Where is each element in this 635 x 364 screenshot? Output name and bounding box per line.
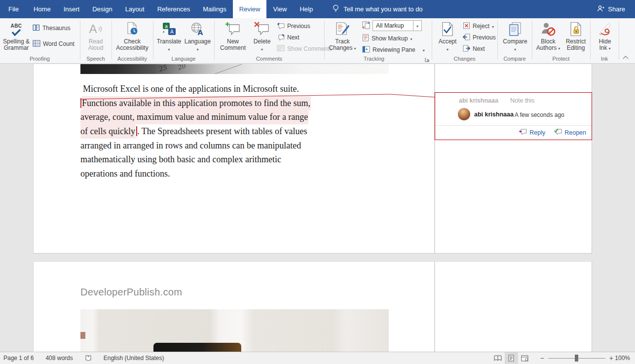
tab-layout[interactable]: Layout [119,0,151,18]
tab-mailings[interactable]: Mailings [196,0,233,18]
menu-bar: File Home Insert Design Layout Reference… [0,0,635,18]
zoom-slider-handle[interactable] [575,355,578,362]
word-count-icon [33,40,40,48]
spelling-grammar-button[interactable]: Spelling & Grammar [2,19,31,54]
hide-ink-button[interactable]: Hide Ink [593,19,617,54]
show-markup-icon [362,34,369,43]
text-line: of cells quickly. The Spreadsheets prese… [80,124,396,139]
block-authors-icon [541,21,556,37]
show-comments-button[interactable]: Show Comments [277,43,332,54]
display-for-review-row: All Markup [362,20,422,31]
translate-dropdown-caret [168,46,170,52]
thesaurus-icon [33,24,40,33]
paragraph[interactable]: Microsoft Excel is one of the applicatio… [80,82,396,181]
ribbon-group-proofing: Spelling & Grammar Thesaurus Word Count … [0,18,80,63]
ribbon-group-tracking: Track Changes All Markup Show Markup [325,18,432,63]
comment-markup-area-2 [435,262,592,352]
word-count-indicator[interactable]: 408 words [39,355,78,362]
text-line: mathematically using both basic and comp… [80,152,396,167]
block-authors-button[interactable]: Block Authors [534,19,562,54]
compare-button[interactable]: Compare [500,19,530,54]
display-for-review-caret[interactable] [413,21,421,31]
language-button[interactable]: A Language [184,19,211,54]
accept-icon [441,21,454,37]
language-indicator[interactable]: English (United States) [98,355,170,362]
text-line: operations and functions. [80,167,396,181]
zoom-level-indicator[interactable]: 100% [613,355,635,362]
svg-text:A: A [197,29,203,36]
read-aloud-icon [89,21,102,37]
tell-me-box[interactable]: Tell me what you want to do [332,0,422,18]
page2-photo [80,309,389,352]
previous-comment-button[interactable]: Previous [277,21,310,32]
zoom-slider[interactable] [548,355,605,362]
document-page-1[interactable]: 25 20 Microsoft Excel is one of the appl… [33,64,435,254]
previous-change-button[interactable]: Previous [463,32,496,43]
accept-caret [447,46,448,52]
svg-text:A: A [170,29,174,35]
zoom-out-button[interactable] [540,354,544,362]
print-layout-button[interactable] [505,352,518,364]
language-dropdown-caret [196,46,198,52]
new-comment-button[interactable]: New Comment [218,19,248,54]
comment-timestamp: A few seconds ago [515,111,564,118]
comment-range-start-marker [80,98,81,108]
zoom-controls [540,354,613,362]
next-comment-button[interactable]: Next [277,32,299,43]
tab-home[interactable]: Home [27,0,57,18]
delete-comment-button[interactable]: Delete [251,19,273,54]
check-accessibility-button[interactable]: Check Accessibility [114,19,150,54]
accept-button[interactable]: Accept [435,19,460,54]
reviewing-pane-button[interactable]: Reviewing Pane [362,44,425,55]
display-for-review-select[interactable]: All Markup [373,20,422,31]
reopen-icon [554,128,562,137]
read-aloud-button[interactable]: Read Aloud [82,19,110,54]
page-indicator[interactable]: Page 1 of 6 [0,355,39,362]
read-mode-button[interactable] [491,352,505,364]
document-canvas: 25 20 Microsoft Excel is one of the appl… [0,64,635,352]
reject-button[interactable]: Reject [463,21,494,32]
check-accessibility-icon [126,21,139,37]
tab-references[interactable]: References [151,0,196,18]
compare-caret [514,46,516,52]
ribbon-review: Spelling & Grammar Thesaurus Word Count … [0,18,635,64]
text-line: Microsoft Excel is one of the applicatio… [80,82,396,96]
text-line: arranged in arranged in rows and columns… [80,139,396,153]
language-globe-icon: A [190,21,205,37]
hide-ink-icon [598,21,612,37]
tab-insert[interactable]: Insert [57,0,86,18]
ribbon-group-accessibility: Check Accessibility Accessibility [112,18,153,63]
block-authors-caret [558,44,560,51]
track-changes-caret [354,44,356,51]
proofing-errors-icon[interactable] [79,355,98,362]
tab-file[interactable]: File [0,0,27,18]
web-layout-button[interactable] [518,352,531,364]
tab-design[interactable]: Design [86,0,118,18]
zoom-in-button[interactable] [609,354,613,362]
restrict-editing-icon [569,21,582,37]
tab-review[interactable]: Review [233,0,267,18]
tab-view[interactable]: View [266,0,293,18]
new-comment-icon [225,21,241,37]
translate-button[interactable]: aA Translate [155,19,183,54]
word-count-button[interactable]: Word Count [33,38,75,49]
tab-help[interactable]: Help [293,0,319,18]
reply-button[interactable]: Reply [519,128,545,137]
show-comments-icon [277,45,285,53]
restrict-editing-button[interactable]: Restrict Editing [563,19,589,54]
spelling-check-icon [10,21,22,37]
show-markup-button[interactable]: Show Markup [362,33,412,44]
share-button[interactable]: Share [597,0,635,18]
collapse-ribbon-button[interactable] [624,55,630,60]
comment-card[interactable]: abi krishnaaa Note this abi krishnaaa A … [435,92,592,140]
next-change-button[interactable]: Next [463,43,485,54]
reopen-button[interactable]: Reopen [554,128,586,137]
document-page-2[interactable]: DeveloperPublish.com [33,262,435,352]
svg-text:a: a [164,24,167,29]
tracking-dialog-launcher-icon[interactable] [424,56,430,62]
reject-icon [463,22,470,31]
thesaurus-button[interactable]: Thesaurus [33,23,71,34]
comment-author-name: abi krishnaaa [474,111,514,118]
text-line: average, count, maximum value and minimu… [80,110,396,124]
track-changes-button[interactable]: Track Changes [329,19,356,54]
